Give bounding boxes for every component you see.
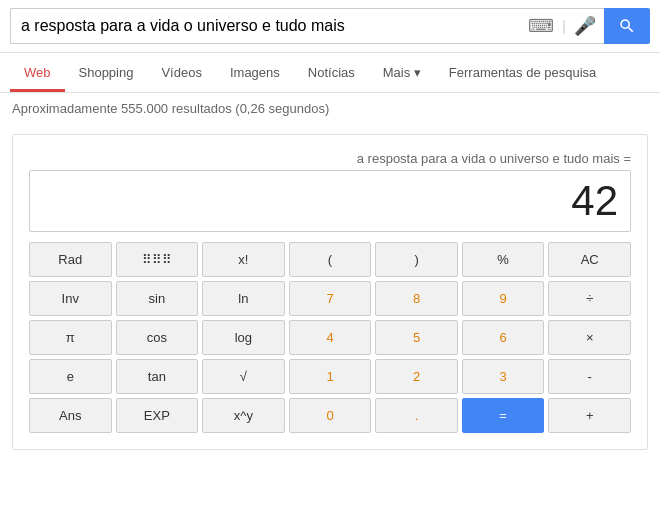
tab-mais[interactable]: Mais ▾: [369, 53, 435, 92]
calc-btn-2[interactable]: 2: [375, 359, 458, 394]
tab-noticias[interactable]: Notícias: [294, 53, 369, 92]
calc-btn-_[interactable]: .: [375, 398, 458, 433]
calc-btn-tan[interactable]: tan: [116, 359, 199, 394]
calc-btn-AC[interactable]: AC: [548, 242, 631, 277]
search-icon: [618, 17, 636, 35]
calc-btn-4[interactable]: 4: [289, 320, 372, 355]
calc-btn-_[interactable]: π: [29, 320, 112, 355]
results-summary: Aproximadamente 555.000 resultados (0,26…: [0, 93, 660, 124]
calc-btn-1[interactable]: 1: [289, 359, 372, 394]
calc-btn-_[interactable]: ÷: [548, 281, 631, 316]
calculator-card: a resposta para a vida o universo e tudo…: [12, 134, 648, 450]
calc-btn-cos[interactable]: cos: [116, 320, 199, 355]
calc-btn-_[interactable]: =: [462, 398, 545, 433]
calc-btn-0[interactable]: 0: [289, 398, 372, 433]
calc-btn-6[interactable]: 6: [462, 320, 545, 355]
tab-web[interactable]: Web: [10, 53, 65, 92]
calc-btn-9[interactable]: 9: [462, 281, 545, 316]
search-icon-group: ⌨ | 🎤: [520, 8, 604, 44]
calc-btn-3[interactable]: 3: [462, 359, 545, 394]
tab-videos[interactable]: Vídeos: [147, 53, 215, 92]
tab-shopping[interactable]: Shopping: [65, 53, 148, 92]
calc-btn-EXP[interactable]: EXP: [116, 398, 199, 433]
calc-btn-x_y[interactable]: x^y: [202, 398, 285, 433]
calc-btn-_[interactable]: -: [548, 359, 631, 394]
calc-btn-Ans[interactable]: Ans: [29, 398, 112, 433]
calc-btn-log[interactable]: log: [202, 320, 285, 355]
calc-btn-e[interactable]: e: [29, 359, 112, 394]
tab-images[interactable]: Imagens: [216, 53, 294, 92]
calc-btn-_[interactable]: √: [202, 359, 285, 394]
calc-btn-___[interactable]: ⠿⠿⠿: [116, 242, 199, 277]
calc-btn-ln[interactable]: ln: [202, 281, 285, 316]
calc-btn-Rad[interactable]: Rad: [29, 242, 112, 277]
mic-icon[interactable]: 🎤: [574, 15, 596, 37]
calc-btn-8[interactable]: 8: [375, 281, 458, 316]
calc-expression: a resposta para a vida o universo e tudo…: [29, 151, 631, 166]
tab-ferramentas[interactable]: Ferramentas de pesquisa: [435, 53, 610, 92]
calc-btn-_[interactable]: ): [375, 242, 458, 277]
search-input[interactable]: a resposta para a vida o universo e tudo…: [10, 8, 520, 44]
nav-tabs: Web Shopping Vídeos Imagens Notícias Mai…: [0, 53, 660, 93]
calc-display: 42: [29, 170, 631, 232]
keyboard-icon[interactable]: ⌨: [528, 15, 554, 37]
search-bar: a resposta para a vida o universo e tudo…: [0, 0, 660, 53]
search-button[interactable]: [604, 8, 650, 44]
calc-keypad: Rad⠿⠿⠿x!()%ACInvsinln789÷πcoslog456×etan…: [29, 242, 631, 433]
calc-btn-_[interactable]: ×: [548, 320, 631, 355]
calc-btn-sin[interactable]: sin: [116, 281, 199, 316]
calc-btn-x_[interactable]: x!: [202, 242, 285, 277]
calc-btn-_[interactable]: (: [289, 242, 372, 277]
calc-btn-Inv[interactable]: Inv: [29, 281, 112, 316]
calc-btn-7[interactable]: 7: [289, 281, 372, 316]
calc-btn-_[interactable]: +: [548, 398, 631, 433]
calc-btn-5[interactable]: 5: [375, 320, 458, 355]
calc-btn-_[interactable]: %: [462, 242, 545, 277]
